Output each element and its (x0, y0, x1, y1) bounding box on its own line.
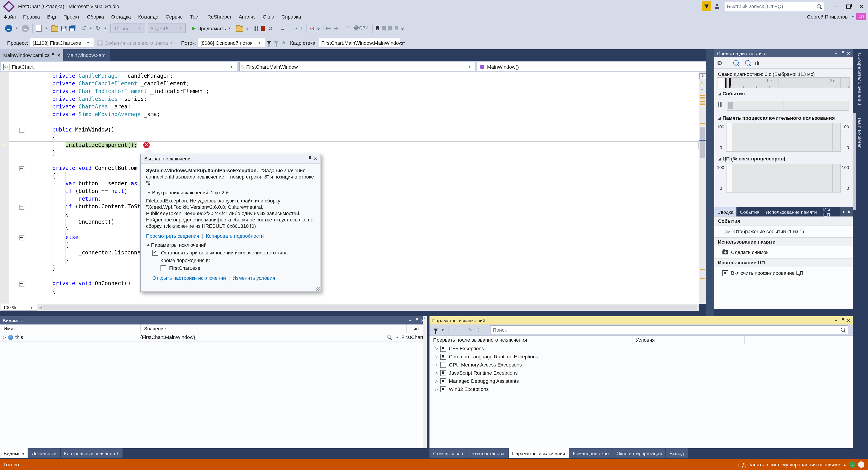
toolbar-drag-handle[interactable]: ⁞ (251, 26, 252, 31)
breakpoint-gutter[interactable] (0, 72, 9, 304)
code-line[interactable]: { (0, 287, 699, 295)
checkbox-checked-icon[interactable] (440, 386, 446, 392)
code-line[interactable]: _connector.Disconnect(); (0, 249, 699, 257)
menu-отладка[interactable]: Отладка (107, 14, 134, 19)
checkbox-checked-icon[interactable] (440, 354, 446, 359)
redo-caret-icon[interactable]: ▼ (104, 27, 107, 30)
filter-icon[interactable] (267, 41, 272, 44)
code-line[interactable]: InitializeComponent();× (0, 142, 699, 149)
column-name[interactable]: Имя (0, 324, 141, 333)
exception-settings-title-bar[interactable]: Параметры исключений ▼ × (430, 316, 852, 324)
edit-conditions-link[interactable]: Изменить условия (232, 275, 275, 281)
exception-category-row[interactable]: ▷Managed Debugging Assistants (430, 377, 852, 385)
code-line[interactable]: var button = sender as Button; (0, 180, 699, 188)
code-line[interactable]: } (0, 264, 699, 272)
restore-list-icon[interactable]: ⋮≡ (476, 327, 485, 333)
stack-frame-combo[interactable]: FirstChart.MainWindow.MainWindow▼ (318, 38, 400, 48)
step-into-button[interactable]: ↓ (286, 23, 292, 34)
events-track[interactable] (727, 101, 849, 111)
menu-сборка[interactable]: Сборка (84, 14, 107, 19)
module-checkbox-row[interactable]: FirstChart.exe (160, 265, 315, 271)
navigate-forward-button[interactable]: → (20, 23, 30, 34)
autos-title-bar[interactable]: Видимые ▼ × (0, 316, 427, 324)
break-on-exception-checkbox-row[interactable]: Остановить при возникновении исключения … (152, 249, 315, 256)
menu-правка[interactable]: Правка (20, 14, 43, 19)
quick-launch-box[interactable] (725, 2, 824, 11)
solution-platform-combo[interactable]: Any CPU▼ (148, 24, 186, 33)
error-icon[interactable]: × (143, 142, 150, 148)
code-line[interactable]: if (button == null) (0, 188, 699, 195)
diagnostics-scrollbar[interactable] (852, 113, 856, 210)
open-exception-settings-link[interactable]: Открыть настройки исключений (152, 275, 226, 281)
code-line[interactable]: private void OnConnect() (0, 280, 699, 287)
next-inner-exception-icon[interactable]: ▶ (226, 189, 229, 196)
expander-icon[interactable]: ▷ (435, 379, 438, 383)
pause-events-icon[interactable] (718, 102, 721, 107)
toolbar-overflow-button[interactable]: ▬▼ (246, 26, 248, 30)
exception-category-row[interactable]: ▷JavaScript Runtime Exceptions (430, 369, 852, 377)
fold-marker[interactable] (20, 205, 24, 210)
pin-icon[interactable] (841, 318, 845, 323)
comment-button[interactable]: ≣ (344, 23, 352, 34)
avatar[interactable]: СП (856, 13, 866, 20)
menu-окно[interactable]: Окно (259, 14, 278, 19)
autos-tab-3[interactable]: Контрольные значения 1 (60, 448, 123, 458)
collapse-margin-icon[interactable]: ▲ (700, 87, 704, 91)
zoom-in-icon[interactable]: + (733, 60, 739, 65)
expander-icon[interactable]: ▷ (435, 363, 438, 367)
scroll-left-icon[interactable]: ◀ (39, 305, 41, 309)
autos-tab-2[interactable]: Локальные (28, 448, 60, 458)
exception-category-row[interactable]: ▷Common Language Runtime Exceptions (430, 352, 852, 361)
code-line[interactable]: { (0, 211, 699, 218)
expander-icon[interactable]: ▷ (3, 335, 6, 339)
close-icon[interactable]: × (847, 51, 850, 56)
minimize-button[interactable]: ‒ (829, 2, 842, 11)
close-icon[interactable]: × (314, 156, 317, 161)
project-combo[interactable]: C# FirstChart▼ (1, 62, 237, 71)
continue-button[interactable]: ▶ Продолжить ▼ (190, 23, 235, 34)
solution-configuration-combo[interactable]: Debug▼ (113, 24, 145, 33)
toolbar-drag-handle[interactable]: ⁞ (1, 40, 2, 45)
diagnostics-title-bar[interactable]: Средства диагностики ▼ × (714, 49, 852, 57)
save-all-button[interactable] (68, 23, 76, 34)
column-conditions[interactable]: Условия (632, 337, 655, 343)
fold-marker[interactable] (20, 128, 24, 133)
menu-тест[interactable]: Тест (186, 14, 204, 19)
code-line[interactable] (0, 157, 699, 164)
pin-icon[interactable] (308, 156, 312, 161)
zoom-out-icon[interactable]: − (745, 60, 750, 65)
toolbar-drag-handle[interactable]: ⁞ (322, 26, 323, 31)
toolbar-overflow-button[interactable]: ▬▼ (317, 26, 320, 30)
tab-scroll-left-icon[interactable]: ◀ (840, 207, 846, 217)
code-line[interactable]: } (0, 149, 699, 157)
find-in-files-button[interactable] (235, 23, 244, 34)
previous-bookmark-button[interactable] (381, 23, 387, 34)
checkbox-checked-icon[interactable] (440, 378, 446, 384)
step-out-button[interactable]: ↑ (299, 23, 305, 34)
navigate-back-button[interactable]: ← (4, 23, 13, 34)
code-line[interactable]: private ChartArea _area; (0, 103, 699, 111)
zoom-level-combo[interactable]: 100 %▼ (1, 304, 37, 311)
save-button[interactable] (59, 23, 68, 34)
show-events-link[interactable]: ◇≫Отображение событий (1 из 1) (714, 225, 852, 237)
exception-tab-4[interactable]: Командное окно (569, 448, 612, 458)
pin-icon[interactable] (415, 318, 419, 323)
exception-category-row[interactable]: ▷Win32 Exceptions (430, 385, 852, 393)
code-line[interactable]: { (0, 172, 699, 180)
expander-icon[interactable]: ▷ (435, 346, 438, 351)
toolbar-overflow-button[interactable]: ▬▼ (401, 26, 404, 30)
menu-справка[interactable]: Справка (278, 14, 305, 19)
column-value[interactable]: Значение (141, 324, 407, 333)
code-line[interactable]: private CandleManager _candleManager; (0, 72, 699, 80)
stop-button[interactable] (260, 23, 267, 34)
autos-scrollbar[interactable]: ▲ (423, 316, 427, 448)
tab-mainwindow-xaml[interactable]: MainWindow.xaml (63, 49, 110, 61)
checkbox-checked-icon[interactable] (440, 345, 446, 351)
code-line[interactable]: } (0, 257, 699, 264)
undo-caret-icon[interactable]: ▼ (89, 27, 92, 30)
window-position-caret-icon[interactable]: ▼ (834, 319, 837, 322)
pin-icon[interactable] (841, 51, 845, 56)
diagnostics-tab-1[interactable]: Сводка (714, 207, 737, 217)
edit-icon[interactable]: ✎ (468, 327, 472, 333)
code-line[interactable]: return; (0, 195, 699, 203)
